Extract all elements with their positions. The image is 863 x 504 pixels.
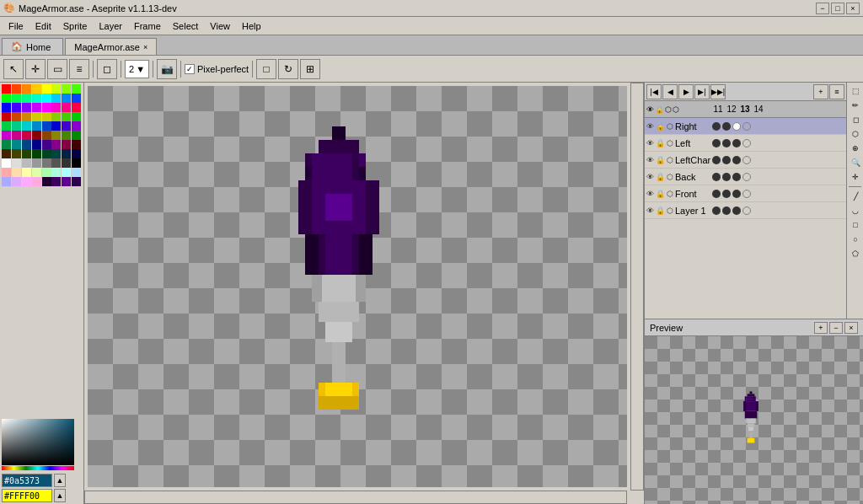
- layer-name-right[interactable]: Right: [675, 121, 710, 131]
- background-swatch[interactable]: #FFFF00: [2, 489, 52, 502]
- maximize-button[interactable]: □: [831, 3, 844, 14]
- palette-cell-71[interactable]: [72, 158, 81, 168]
- hue-strip[interactable]: [2, 466, 74, 470]
- color-gradient-area[interactable]: [2, 419, 74, 465]
- palette-cell-74[interactable]: [22, 168, 31, 177]
- palette-cell-78[interactable]: [62, 168, 71, 177]
- nav-prev[interactable]: ◀: [662, 84, 678, 99]
- palette-cell-66[interactable]: [22, 158, 31, 168]
- tool-lines[interactable]: ≡: [69, 59, 89, 79]
- layer-name-layer1[interactable]: Layer 1: [675, 206, 710, 216]
- tab-magearmor-close[interactable]: ×: [143, 43, 147, 51]
- horizontal-scrollbar[interactable]: [84, 491, 627, 504]
- palette-cell-42[interactable]: [22, 131, 31, 140]
- palette-cell-38[interactable]: [62, 121, 71, 131]
- rtool-eyedrop[interactable]: ⊕: [849, 142, 862, 155]
- palette-cell-19[interactable]: [32, 103, 41, 112]
- menu-file[interactable]: File: [3, 19, 29, 33]
- nav-play[interactable]: ▶: [678, 84, 694, 99]
- vis-icon-layer1[interactable]: 👁: [646, 206, 654, 215]
- palette-cell-16[interactable]: [2, 103, 11, 112]
- palette-cell-22[interactable]: [62, 103, 71, 112]
- nav-first[interactable]: |◀: [646, 84, 662, 99]
- palette-cell-9[interactable]: [12, 94, 21, 103]
- palette-cell-10[interactable]: [22, 94, 31, 103]
- palette-cell-11[interactable]: [32, 94, 41, 103]
- palette-cell-27[interactable]: [32, 112, 41, 121]
- palette-cell-15[interactable]: [72, 94, 81, 103]
- menu-help[interactable]: Help: [237, 19, 266, 33]
- chain-icon-leftchar[interactable]: ⬡: [667, 156, 673, 164]
- menu-edit[interactable]: Edit: [30, 19, 56, 33]
- palette-cell-62[interactable]: [62, 149, 71, 158]
- rtool-circle[interactable]: ○: [849, 233, 862, 246]
- palette-cell-30[interactable]: [62, 112, 71, 121]
- chain-icon-layer1[interactable]: ⬡: [667, 206, 673, 215]
- palette-cell-61[interactable]: [51, 149, 61, 158]
- palette-cell-65[interactable]: [12, 158, 21, 168]
- vis-icon-back[interactable]: 👁: [646, 173, 654, 181]
- palette-cell-28[interactable]: [42, 112, 51, 121]
- vertical-scrollbar[interactable]: [630, 83, 644, 491]
- background-arrow[interactable]: ▲: [54, 489, 66, 502]
- palette-cell-21[interactable]: [51, 103, 61, 112]
- lock-icon-front[interactable]: 🔒: [656, 190, 665, 198]
- palette-cell-63[interactable]: [72, 149, 81, 158]
- foreground-swatch[interactable]: #0a5373: [2, 474, 52, 487]
- layer-row-layer1[interactable]: 👁 🔒 ⬡ Layer 1: [645, 202, 846, 219]
- palette-cell-7[interactable]: [72, 84, 81, 94]
- palette-cell-2[interactable]: [22, 84, 31, 94]
- pixel-perfect-checkbox[interactable]: ✓: [185, 64, 195, 74]
- layer-row-back[interactable]: 👁 🔒 ⬡ Back: [645, 169, 846, 185]
- lock-icon-layer1[interactable]: 🔒: [656, 206, 665, 215]
- palette-cell-52[interactable]: [42, 140, 51, 149]
- rtool-move[interactable]: ✛: [849, 170, 862, 184]
- palette-cell-24[interactable]: [2, 112, 11, 121]
- rtool-select[interactable]: ⬚: [849, 84, 862, 98]
- palette-cell-37[interactable]: [51, 121, 61, 131]
- palette-cell-81[interactable]: [12, 177, 21, 186]
- rtool-rect2[interactable]: □: [849, 218, 862, 232]
- tool-move[interactable]: ✛: [25, 59, 46, 79]
- pixel-perfect-toggle[interactable]: ✓ Pixel-perfect: [185, 64, 249, 74]
- palette-cell-56[interactable]: [2, 149, 11, 158]
- rtool-pencil[interactable]: ✏: [849, 99, 862, 112]
- palette-cell-70[interactable]: [62, 158, 71, 168]
- palette-cell-26[interactable]: [22, 112, 31, 121]
- foreground-arrow[interactable]: ▲: [54, 474, 66, 487]
- nav-next[interactable]: ▶|: [694, 84, 710, 99]
- palette-cell-87[interactable]: [72, 177, 81, 186]
- nav-last[interactable]: ▶▶|: [710, 84, 726, 99]
- tool-square[interactable]: ◻: [97, 59, 117, 79]
- palette-cell-8[interactable]: [2, 94, 11, 103]
- preview-close[interactable]: ×: [844, 322, 858, 334]
- palette-cell-83[interactable]: [32, 177, 41, 186]
- layer-row-left[interactable]: 👁 🔒 ⬡ Left: [645, 135, 846, 152]
- palette-cell-55[interactable]: [72, 140, 81, 149]
- chain-icon-front[interactable]: ⬡: [667, 190, 673, 198]
- palette-cell-18[interactable]: [22, 103, 31, 112]
- palette-cell-35[interactable]: [32, 121, 41, 131]
- palette-cell-5[interactable]: [51, 84, 61, 94]
- palette-cell-45[interactable]: [51, 131, 61, 140]
- palette-cell-82[interactable]: [22, 177, 31, 186]
- close-button[interactable]: ×: [846, 3, 860, 14]
- tool-rect[interactable]: ▭: [47, 59, 67, 79]
- chain-icon-left[interactable]: ⬡: [667, 139, 673, 147]
- tool-camera[interactable]: 📷: [157, 59, 177, 79]
- palette-cell-4[interactable]: [42, 84, 51, 94]
- palette-cell-69[interactable]: [51, 158, 61, 168]
- palette-cell-54[interactable]: [62, 140, 71, 149]
- layer-menu[interactable]: ≡: [829, 84, 844, 99]
- tool-grid[interactable]: ⊞: [300, 59, 320, 79]
- palette-cell-50[interactable]: [22, 140, 31, 149]
- chain-icon-back[interactable]: ⬡: [667, 173, 673, 181]
- palette-cell-64[interactable]: [2, 158, 11, 168]
- palette-cell-41[interactable]: [12, 131, 21, 140]
- preview-zoom-out[interactable]: −: [829, 322, 843, 334]
- layer-row-right[interactable]: 👁 🔒 ⬡ Right: [645, 118, 846, 135]
- zoom-dropdown[interactable]: 2 ▼: [125, 60, 149, 78]
- palette-cell-76[interactable]: [42, 168, 51, 177]
- palette-cell-34[interactable]: [22, 121, 31, 131]
- layer-name-left[interactable]: Left: [675, 138, 710, 148]
